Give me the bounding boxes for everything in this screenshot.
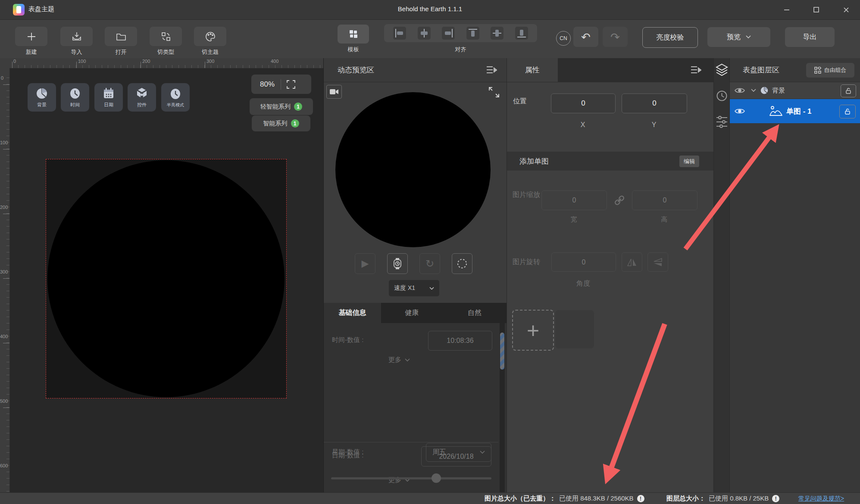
ruler-label: 0	[1, 75, 3, 81]
smart-series-button[interactable]: 智能系列 1	[252, 115, 310, 131]
add-image-tile[interactable]: +	[512, 310, 554, 351]
image-size-status: 图片总大小（已去重）： 已使用 848.3KB / 2560KB !	[485, 493, 644, 504]
brightness-check-button[interactable]: 亮度校验	[642, 27, 698, 48]
switch-type-button[interactable]	[150, 27, 182, 46]
unlock-icon	[844, 108, 851, 115]
plus-icon: +	[527, 318, 539, 343]
scrollbar-thumb[interactable]	[500, 333, 504, 370]
smart-series-badge: 1	[291, 119, 299, 128]
layers-panel-icon[interactable]	[716, 63, 728, 77]
ruler-label: 200	[142, 59, 150, 64]
lock-toggle[interactable]	[839, 105, 856, 118]
clock-icon	[68, 87, 82, 100]
minimize-button[interactable]	[776, 0, 797, 19]
history-panel-icon[interactable]	[716, 90, 728, 102]
free-combo-icon	[814, 67, 821, 74]
tab-basic-info[interactable]: 基础信息	[324, 303, 381, 323]
free-combo-button[interactable]: 自由组合	[806, 63, 854, 78]
layer-row-background[interactable]: 背景	[730, 82, 860, 99]
content-slider-track[interactable]	[331, 477, 491, 479]
watchface-selection[interactable]	[46, 159, 287, 398]
refresh-button[interactable]: ↻	[419, 253, 440, 274]
info-icon[interactable]: !	[637, 495, 644, 502]
expand-preview-icon[interactable]	[488, 86, 500, 99]
import-button[interactable]	[60, 27, 93, 46]
language-toggle[interactable]: CN	[556, 31, 571, 46]
export-button[interactable]: 导出	[785, 27, 835, 47]
toolbar: 新建 导入 打开 切类型 切主题 模板 对齐	[0, 20, 860, 59]
position-x-input[interactable]: 0	[551, 93, 616, 113]
open-button[interactable]	[105, 27, 137, 46]
redo-button[interactable]: ↷	[603, 27, 628, 47]
speed-select[interactable]: 速度 X1	[389, 280, 439, 296]
unlock-icon	[845, 87, 851, 94]
collapse-panel-icon[interactable]	[690, 65, 701, 75]
tool-date-button[interactable]: 日期	[94, 83, 123, 112]
record-video-button[interactable]	[326, 85, 342, 99]
scale-height-input[interactable]: 0	[632, 190, 697, 210]
edit-button[interactable]: 编辑	[679, 156, 699, 167]
new-button[interactable]	[15, 27, 47, 46]
half-bright-clock-icon	[169, 87, 182, 101]
tab-nature[interactable]: 自然	[443, 303, 507, 323]
scrollbar-track[interactable]	[500, 323, 505, 492]
canvas-panel: 0 100 200 300 400 0 100 200 300 400 500 …	[0, 58, 324, 492]
tab-health[interactable]: 健康	[381, 303, 443, 323]
tool-widget-button[interactable]: 控件	[128, 83, 156, 112]
close-button[interactable]	[835, 0, 857, 19]
watchface-canvas[interactable]	[47, 160, 285, 397]
position-label: 位置	[513, 97, 527, 106]
properties-panel: 属性 位置 0 0 X Y 添加单图 编辑 图片缩放 0 0 宽 高 图片旋转 …	[507, 58, 714, 492]
title-bar: 表盘主题 Behold the Earth 1.1.1	[0, 0, 860, 20]
maximize-button[interactable]	[805, 0, 827, 19]
flip-vertical-button[interactable]	[647, 252, 668, 272]
lock-toggle[interactable]	[841, 84, 856, 97]
week-value-select[interactable]: 周五	[426, 443, 491, 462]
preview-button[interactable]: 预览	[707, 27, 770, 47]
watch-preview-button[interactable]	[387, 253, 408, 274]
position-y-input[interactable]: 0	[622, 93, 687, 113]
image-slot-tile[interactable]	[555, 310, 594, 348]
tool-background-button[interactable]: 背景	[28, 83, 56, 112]
visibility-eye-icon[interactable]	[735, 87, 745, 94]
flip-horizontal-button[interactable]	[622, 252, 642, 272]
visibility-eye-icon[interactable]	[735, 108, 745, 115]
tool-label: 时间	[70, 102, 80, 108]
content-slider-handle[interactable]	[432, 473, 441, 483]
light-smart-series-button[interactable]: 轻智能系列 1	[250, 98, 313, 115]
basic-info-content: 时间-数值 : 10:08:36 更多 日期-数值 : 2026/10/18 更…	[324, 323, 507, 492]
folder-icon	[116, 31, 127, 42]
speed-select-value: 速度 X1	[394, 284, 415, 292]
tool-time-button[interactable]: 时间	[61, 83, 89, 112]
align-center-horizontal-button[interactable]	[418, 27, 431, 40]
align-bottom-button[interactable]	[515, 27, 528, 40]
preview-panel-title: 动态预览区	[338, 65, 374, 75]
link-icon[interactable]	[613, 194, 626, 207]
tool-halfbright-button[interactable]: 半亮模式	[161, 83, 190, 112]
more-toggle-time[interactable]: 更多	[388, 356, 410, 364]
preview-tabs: 基础信息 健康 自然	[324, 303, 507, 323]
expand-chevron-icon[interactable]	[751, 89, 756, 92]
tab-properties[interactable]: 属性	[507, 58, 558, 82]
scale-width-input[interactable]: 0	[541, 190, 607, 210]
faq-link[interactable]: 常见问题及规范>	[798, 495, 844, 503]
fit-screen-icon[interactable]	[286, 80, 296, 89]
dial-mode-button[interactable]	[452, 253, 472, 274]
collapse-panel-icon[interactable]	[486, 65, 497, 75]
play-button[interactable]: ▶	[355, 253, 375, 274]
layer-row-single-image-selected[interactable]: 单图 - 1	[730, 99, 860, 123]
switch-theme-button[interactable]	[194, 27, 226, 46]
align-top-button[interactable]	[466, 27, 479, 40]
align-right-button[interactable]	[442, 27, 455, 40]
divider	[281, 79, 281, 90]
layer-name: 单图 - 1	[786, 106, 812, 116]
undo-button[interactable]: ↶	[573, 27, 598, 47]
adjustments-panel-icon[interactable]	[716, 115, 728, 129]
rotate-angle-input[interactable]: 0	[551, 252, 616, 272]
align-left-button[interactable]	[393, 27, 406, 40]
info-icon[interactable]: !	[772, 495, 779, 502]
ruler-label: 500	[0, 398, 8, 404]
time-value-input[interactable]: 10:08:36	[428, 331, 492, 351]
align-center-vertical-button[interactable]	[491, 27, 503, 40]
template-button[interactable]	[338, 25, 369, 44]
